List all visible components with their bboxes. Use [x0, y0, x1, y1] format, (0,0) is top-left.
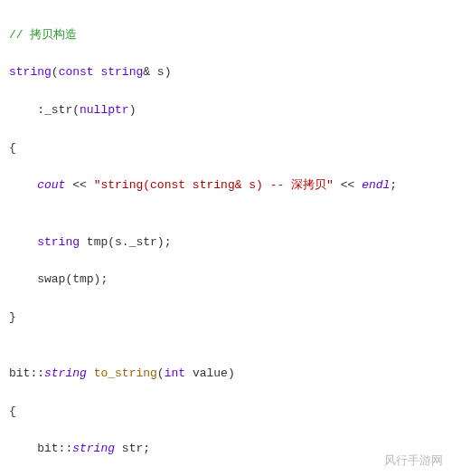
fn-tostring: to_string	[94, 367, 157, 380]
tmp-decl: tmp(s._str);	[80, 235, 171, 249]
copy-ctor-comment: // 拷贝构造	[9, 28, 77, 42]
init-list: :_str(	[9, 103, 80, 117]
indent2	[9, 235, 37, 249]
code-block: // 拷贝构造 string(const string& s) :_str(nu…	[9, 7, 443, 476]
line-tmp: string tmp(s._str);	[9, 233, 443, 252]
line-cout: cout << "string(const string& s) -- 深拷贝"…	[9, 176, 443, 195]
line-swap: swap(tmp);	[9, 271, 443, 290]
ref-param: & s)	[143, 65, 171, 79]
string-literal: "string(const string& s) -- 深拷贝"	[94, 178, 334, 192]
brace-open: {	[9, 139, 443, 158]
line-init: :_str(nullptr)	[9, 101, 443, 120]
endl: endl	[362, 178, 390, 192]
kw-nullptr: nullptr	[80, 103, 129, 117]
line-str-decl: bit::string str;	[9, 440, 443, 459]
type-string: string	[9, 65, 52, 79]
ns-bit: bit::	[9, 367, 44, 380]
line-comment: // 拷贝构造	[9, 26, 443, 45]
paren-close: )	[129, 103, 137, 117]
type-string3: string	[37, 235, 80, 249]
str-decl: str;	[115, 442, 150, 455]
paren2: (	[157, 367, 165, 380]
kw-const: const	[59, 65, 94, 79]
cout: cout	[37, 178, 65, 192]
indent	[9, 178, 37, 192]
line-sig: string(const string& s)	[9, 63, 443, 82]
paren: (	[52, 65, 59, 79]
type-string2: string	[100, 65, 143, 79]
param-value: value)	[185, 367, 235, 380]
space2	[87, 367, 94, 380]
op-shl2: <<	[334, 178, 362, 192]
watermark: 风行手游网	[384, 452, 443, 471]
op-shl: <<	[65, 178, 93, 192]
semicolon: ;	[390, 178, 397, 192]
type-string4: string	[44, 367, 87, 380]
brace-close: }	[9, 309, 443, 328]
type-string5: string	[72, 442, 115, 455]
line-tostring-sig: bit::string to_string(int value)	[9, 365, 443, 384]
ns-bit2: bit::	[9, 442, 72, 455]
kw-int: int	[165, 367, 185, 380]
brace-open2: {	[9, 403, 443, 422]
